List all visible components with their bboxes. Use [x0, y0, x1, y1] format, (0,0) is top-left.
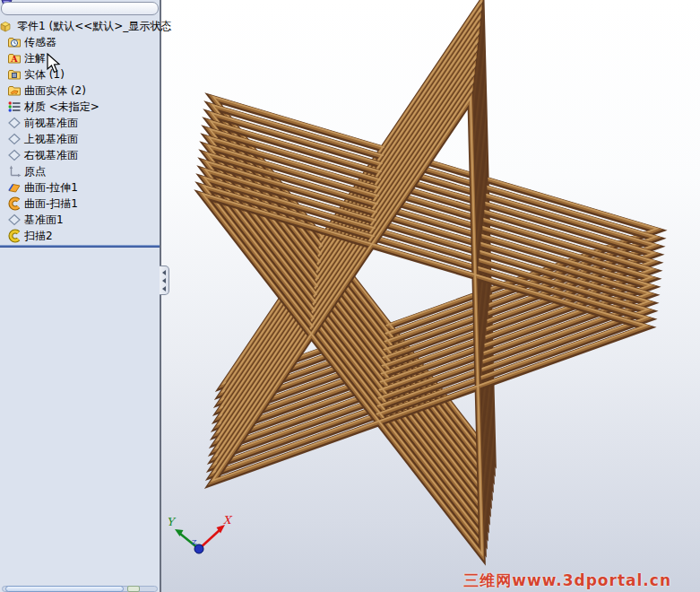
tree-item-6[interactable]: 上视基准面 [0, 131, 160, 147]
feature-manager-header[interactable] [1, 2, 159, 15]
mouse-cursor [47, 53, 63, 74]
scrollbar-thumb[interactable] [5, 586, 124, 592]
panel-collapse-handle[interactable] [160, 266, 169, 295]
tree-item-label: 扫描2 [24, 229, 53, 244]
tree-item-10[interactable]: 曲面-扫描1 [0, 196, 160, 212]
tree-item-label: 原点 [24, 164, 46, 179]
tree-item-label: 曲面-拉伸1 [24, 180, 78, 196]
plane-icon [7, 213, 22, 227]
collapse-arrow-icon [162, 286, 166, 292]
annotations-folder-icon: A [7, 51, 22, 65]
collapse-arrow-icon [162, 278, 166, 283]
tree-item-7[interactable]: 右视基准面 [0, 147, 160, 163]
scrollbar-button[interactable] [127, 586, 140, 592]
collapse-arrow-icon [162, 270, 166, 275]
sensors-folder-icon [7, 35, 22, 49]
orientation-triad: ZXY [167, 514, 233, 553]
graphics-viewport[interactable]: ZXY 三维网www.3dportal.cn [161, 0, 700, 592]
feature-tree: 零件1 (默认<<默认>_显示状态传感器A注解实体 (1)曲面实体 (2)材质 … [0, 18, 160, 244]
svg-text:A: A [10, 54, 18, 64]
tree-item-5[interactable]: 前视基准面 [0, 115, 160, 131]
feature-manager-panel: 零件1 (默认<<默认>_显示状态传感器A注解实体 (1)曲面实体 (2)材质 … [0, 0, 161, 592]
tree-item-label: 上视基准面 [24, 132, 78, 147]
tree-item-label: 曲面-扫描1 [24, 196, 78, 212]
tree-item-label: 前视基准面 [24, 116, 78, 131]
tree-item-root[interactable]: 零件1 (默认<<默认>_显示状态 [0, 18, 160, 34]
plane-icon [7, 116, 22, 130]
tree-item-label: 传感器 [24, 35, 56, 50]
surface-extrude-icon [7, 180, 22, 195]
tree-item-11[interactable]: 基准面1 [0, 212, 160, 228]
tree-item-2[interactable]: 实体 (1) [0, 66, 160, 83]
origin-icon [7, 164, 22, 178]
svg-text:Z: Z [192, 538, 197, 546]
plane-icon [7, 148, 22, 162]
watermark: 三维网www.3dportal.cn [463, 570, 671, 591]
solidworks-window: ZXY 三维网www.3dportal.cn 零件1 (默认<<默认>_显示状态… [0, 0, 700, 592]
triad-x-label: X [223, 514, 233, 527]
triad-y-label: Y [167, 516, 177, 528]
surface-bodies-folder-icon [7, 83, 22, 98]
tree-item-12[interactable]: 扫描2 [0, 228, 160, 244]
tree-item-label: 基准面1 [24, 213, 64, 228]
rollback-bar[interactable] [0, 245, 160, 248]
star-model [203, 1, 657, 556]
tree-item-1[interactable]: A注解 [0, 50, 160, 66]
tree-item-0[interactable]: 传感器 [0, 34, 160, 50]
tree-item-label: 零件1 (默认<<默认>_显示状态 [17, 19, 171, 34]
solid-bodies-folder-icon [7, 67, 22, 82]
tree-item-9[interactable]: 曲面-拉伸1 [0, 179, 160, 196]
tree-item-3[interactable]: 曲面实体 (2) [0, 83, 160, 99]
tree-item-4[interactable]: 材质 <未指定> [0, 99, 160, 115]
tree-item-label: 右视基准面 [24, 148, 78, 163]
plane-icon [7, 132, 22, 146]
tree-horizontal-scrollbar[interactable] [2, 586, 158, 592]
surface-sweep-icon [7, 196, 22, 211]
tree-item-8[interactable]: 原点 [0, 163, 160, 179]
part-icon [0, 19, 14, 33]
sweep-icon [7, 229, 22, 243]
tree-item-label: 材质 <未指定> [24, 100, 99, 115]
material-icon [7, 100, 22, 114]
star-coil-model[interactable]: ZXY [161, 0, 700, 592]
tree-item-label: 曲面实体 (2) [24, 83, 86, 99]
tree-item-label: 注解 [24, 51, 46, 66]
